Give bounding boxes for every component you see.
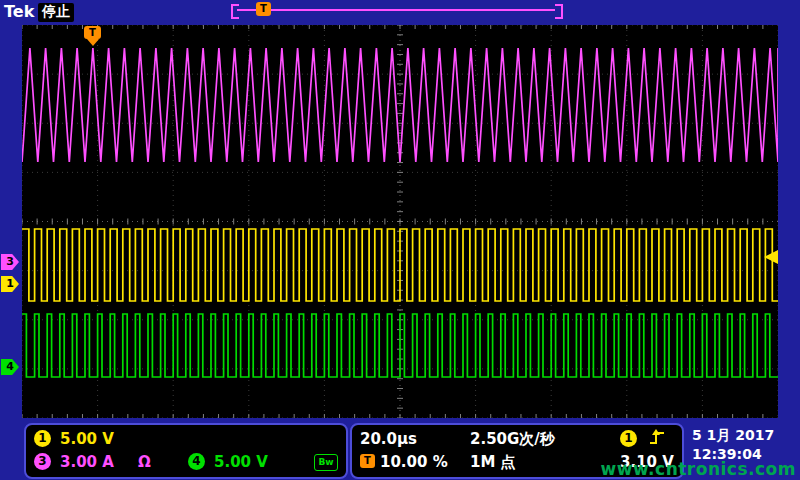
ch4-badge[interactable]: 4 [188, 453, 205, 470]
horizontal-position-readout: 10.00 % [380, 453, 448, 471]
record-view-bar [237, 9, 555, 11]
ch4-scale: 5.00 V [214, 453, 268, 471]
record-view-bracket-right[interactable] [555, 4, 563, 19]
vertical-readouts-panel: 1 5.00 V 3 3.00 A Ω 4 5.00 V Bw [24, 423, 348, 479]
ch4-bandwidth-badge: Bw [314, 454, 338, 471]
ch3-scale: 3.00 A [60, 453, 114, 471]
sample-rate-readout: 2.50G次/秒 [470, 430, 555, 449]
oscilloscope-screen: Tek 停止 T T 3 1 4 1 5.00 V 3 3.00 A Ω 4 5… [0, 0, 800, 480]
brand-logo: Tek [4, 2, 34, 21]
watermark: www.cntronics.com [601, 459, 796, 479]
graticule: T [22, 25, 778, 418]
waveform-display [22, 25, 778, 418]
acquisition-status: 停止 [38, 3, 74, 22]
channel-4-ground-marker[interactable]: 4 [1, 359, 19, 375]
ch1-scale: 5.00 V [60, 430, 114, 448]
record-length-readout: 1M 点 [470, 453, 516, 472]
trigger-slope-icon [648, 427, 666, 447]
ch3-impedance: Ω [138, 453, 151, 471]
trigger-source-badge[interactable]: 1 [620, 430, 637, 447]
ch1-badge[interactable]: 1 [34, 430, 51, 447]
trigger-position-arrow-icon [87, 39, 99, 46]
channel-1-ground-marker[interactable]: 1 [1, 276, 19, 292]
horizontal-position-icon: T [360, 454, 375, 468]
channel-3-ground-marker[interactable]: 3 [1, 254, 19, 270]
timebase-readout: 20.0μs [360, 430, 417, 448]
record-view-bracket-left[interactable] [231, 4, 239, 19]
ch3-badge[interactable]: 3 [34, 453, 51, 470]
date-readout: 5 1月 2017 [692, 426, 774, 445]
record-view-trigger-icon[interactable]: T [256, 2, 271, 16]
trigger-position-marker[interactable]: T [84, 26, 101, 46]
trigger-position-icon: T [84, 26, 101, 39]
